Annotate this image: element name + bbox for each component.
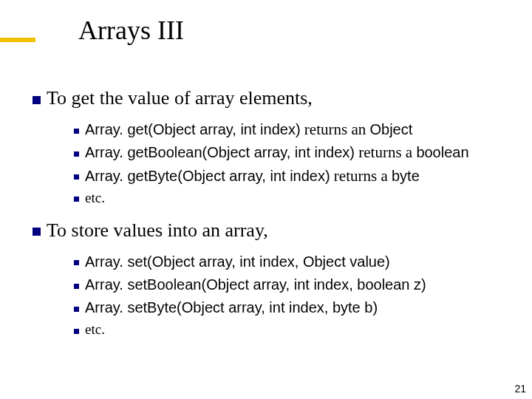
list-item: Array. getByte(Object array, int index) … [74,166,514,186]
list-item: Array. get(Object array, int index) retu… [74,120,514,140]
bullet-icon [33,96,41,104]
accent-bar [0,38,35,42]
bullet-icon [74,329,79,334]
bullet-icon [74,307,79,312]
etc-text: etc. [85,321,105,337]
code-text: boolean [416,144,468,160]
section-heading-text: To store values into an array, [47,219,268,241]
desc-text: returns a [355,143,416,161]
list-item-etc: etc. [74,321,514,339]
code-text: Array. set(Object array, int index, Obje… [85,253,390,270]
bullet-icon [74,197,79,202]
section-heading: To store values into an array, [33,219,514,242]
bullet-icon [74,129,79,134]
list-item: Array. set(Object array, int index, Obje… [74,252,514,272]
bullet-icon [74,260,79,265]
content-area: To get the value of array elements, Arra… [27,87,514,342]
desc-text: returns a [330,167,392,185]
code-text: Object [369,121,412,137]
section-heading: To get the value of array elements, [33,87,514,109]
list-item: Array. setBoolean(Object array, int inde… [74,275,514,295]
bullet-icon [74,174,79,180]
page-number: 21 [514,383,526,395]
code-text: Array. setBoolean(Object array, int inde… [85,276,426,293]
slide: Arrays III To get the value of array ele… [0,0,532,399]
etc-text: etc. [85,190,105,205]
list-item: Array. setByte(Object array, int index, … [74,298,514,318]
bullet-icon [33,228,41,236]
code-text: Array. getByte(Object array, int index) [85,168,330,184]
bullet-icon [74,151,79,157]
desc-text: returns an [301,120,370,138]
code-text: byte [392,168,420,184]
list-item-etc: etc. [74,189,514,208]
section-heading-text: To get the value of array elements, [47,87,313,109]
slide-title: Arrays III [78,15,184,46]
list-item: Array. getBoolean(Object array, int inde… [74,143,514,163]
code-text: Array. setByte(Object array, int index, … [85,299,378,316]
code-text: Array. get(Object array, int index) [85,121,301,137]
bullet-icon [74,284,79,289]
code-text: Array. getBoolean(Object array, int inde… [85,144,355,160]
